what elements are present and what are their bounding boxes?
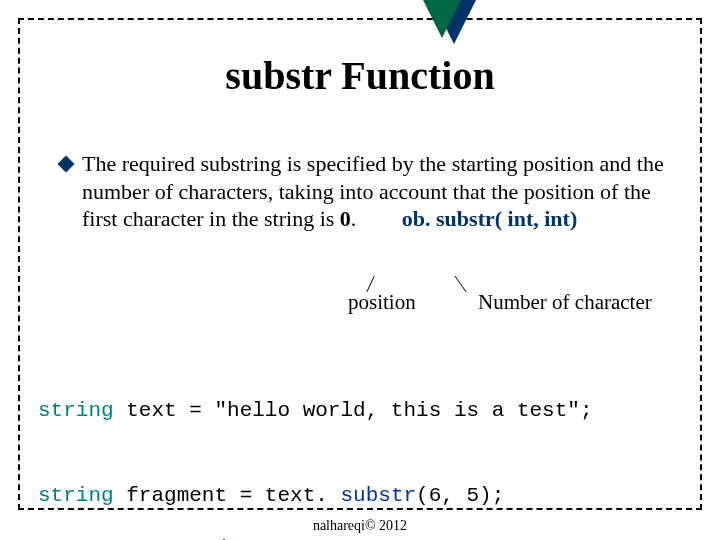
code-line-2: string fragment = text. substr(6, 5);	[38, 482, 593, 510]
bullet-zero: 0	[340, 206, 351, 231]
bullet-dot: .	[351, 206, 357, 231]
code-args: (6, 5);	[416, 484, 504, 507]
annotation-position: position	[348, 290, 416, 315]
footer-copyright: nalhareqi© 2012	[0, 518, 720, 534]
bullet-diamond-icon	[58, 156, 75, 173]
annotation-number: Number of character	[478, 290, 652, 315]
code-method: substr	[340, 484, 416, 507]
content-area: The required substring is specified by t…	[60, 150, 680, 233]
bullet-text: The required substring is specified by t…	[82, 150, 680, 233]
code-block: string text = "hello world, this is a te…	[38, 340, 593, 540]
code-keyword: string	[38, 399, 114, 422]
code-text: text = "hello world, this is a test";	[114, 399, 593, 422]
code-line-1: string text = "hello world, this is a te…	[38, 397, 593, 425]
bullet-item: The required substring is specified by t…	[60, 150, 680, 233]
method-signature: ob. substr( int, int)	[402, 206, 577, 231]
code-keyword: string	[38, 484, 114, 507]
code-text: fragment = text.	[114, 484, 341, 507]
